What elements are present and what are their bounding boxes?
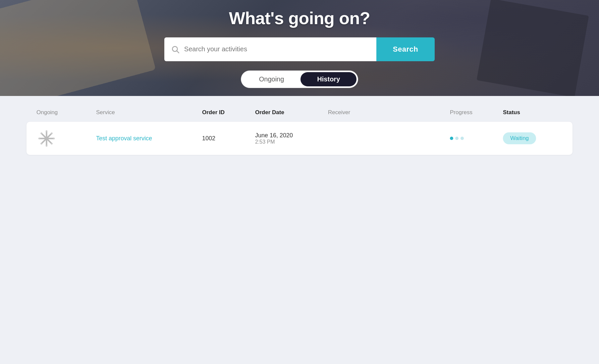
search-row: Search (164, 37, 435, 61)
table-section: Ongoing Service Order ID Order Date Rece… (0, 96, 599, 364)
status-badge-wrap: Waiting (503, 132, 563, 144)
svg-point-10 (40, 132, 42, 134)
progress-dots (450, 137, 503, 140)
svg-point-9 (53, 137, 55, 139)
order-date-wrap: June 16, 2020 2:53 PM (255, 132, 328, 145)
col-ongoing: Ongoing (36, 109, 96, 116)
progress-dot-1 (450, 137, 453, 140)
order-date: June 16, 2020 (255, 132, 328, 139)
hero-section: What's going on? Search Ongoing History (0, 0, 599, 96)
search-input[interactable] (184, 45, 370, 53)
col-order-id: Order ID (202, 109, 255, 116)
table-row: Test approval service 1002 June 16, 2020… (27, 122, 572, 155)
order-id: 1002 (202, 135, 255, 142)
svg-point-11 (51, 143, 53, 145)
search-icon (171, 45, 180, 54)
col-order-date: Order Date (255, 109, 328, 116)
table-header: Ongoing Service Order ID Order Date Rece… (27, 106, 572, 119)
status-badge: Waiting (503, 132, 536, 144)
tab-history[interactable]: History (300, 72, 356, 86)
svg-point-8 (38, 137, 40, 139)
col-status: Status (503, 109, 563, 116)
svg-line-1 (177, 51, 179, 53)
svg-point-6 (45, 130, 47, 132)
col-service: Service (96, 109, 202, 116)
progress-dot-3 (461, 137, 464, 140)
service-name[interactable]: Test approval service (96, 135, 202, 142)
tab-toggle: Ongoing History (241, 70, 358, 88)
svg-point-12 (51, 132, 53, 134)
hero-title: What's going on? (229, 8, 370, 28)
search-box (164, 37, 376, 61)
service-icon (36, 128, 56, 148)
progress-dot-2 (455, 137, 459, 140)
svg-point-7 (45, 145, 47, 147)
col-receiver: Receiver (328, 109, 450, 116)
svg-point-13 (40, 143, 42, 145)
col-progress: Progress (450, 109, 503, 116)
search-button[interactable]: Search (376, 37, 435, 61)
order-time: 2:53 PM (255, 139, 328, 145)
tab-ongoing[interactable]: Ongoing (243, 72, 301, 86)
